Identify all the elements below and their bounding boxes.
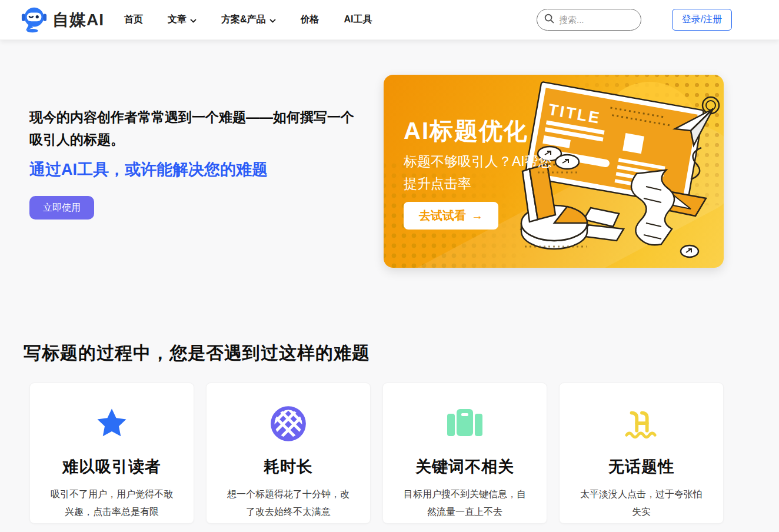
problems-section-heading: 写标题的过程中，您是否遇到过这样的难题 bbox=[24, 341, 370, 365]
card-title: 关键词不相关 bbox=[383, 456, 547, 477]
star-icon bbox=[30, 404, 194, 443]
card-title: 无话题性 bbox=[560, 456, 723, 477]
banner-title: AI标题优化 bbox=[404, 115, 528, 147]
try-it-button[interactable]: 去试试看 → bbox=[404, 202, 498, 230]
pool-ladder-icon bbox=[560, 404, 723, 443]
card-description: 太平淡没人点击，过于夸张怕失实 bbox=[578, 486, 704, 521]
problem-card-irrelevant-keywords: 关键词不相关 目标用户搜不到关键信息，自然流量一直上不去 bbox=[382, 383, 547, 524]
nav-item-pricing[interactable]: 价格 bbox=[301, 14, 319, 26]
problem-card-hard-to-attract: 难以吸引读者 吸引不了用户，用户觉得不敢兴趣，点击率总是有限 bbox=[29, 383, 194, 524]
main-content: 现今的内容创作者常常遇到一个难题——如何撰写一个吸引人的标题。 通过AI工具，或… bbox=[0, 40, 779, 532]
hero-intro-text: 现今的内容创作者常常遇到一个难题——如何撰写一个吸引人的标题。 bbox=[29, 106, 362, 151]
card-description: 目标用户搜不到关键信息，自然流量一直上不去 bbox=[402, 486, 528, 521]
robot-logo-icon bbox=[21, 5, 48, 35]
search-box[interactable] bbox=[537, 9, 641, 31]
problem-card-no-topicality: 无话题性 太平淡没人点击，过于夸张怕失实 bbox=[559, 383, 724, 524]
card-title: 耗时长 bbox=[207, 456, 370, 477]
net-icon bbox=[207, 404, 370, 443]
nav-item-articles[interactable]: 文章 bbox=[168, 14, 197, 26]
chevron-down-icon bbox=[269, 15, 276, 25]
nav-item-solutions-products[interactable]: 方案&产品 bbox=[221, 14, 276, 26]
header: 自媒AI 首页 文章 方案&产品 价格 AI工具 bbox=[0, 0, 779, 40]
problem-cards: 难以吸引读者 吸引不了用户，用户觉得不敢兴趣，点击率总是有限 耗时长 想一个标题… bbox=[29, 383, 724, 524]
search-input[interactable] bbox=[559, 15, 630, 25]
card-description: 想一个标题得花了十分钟，改了改去始终不太满意 bbox=[225, 486, 351, 521]
card-description: 吸引不了用户，用户觉得不敢兴趣，点击率总是有限 bbox=[49, 486, 175, 521]
ai-title-optimization-banner: TITLE bbox=[384, 75, 724, 268]
nav-item-home[interactable]: 首页 bbox=[124, 14, 143, 26]
logo-text: 自媒AI bbox=[52, 9, 104, 31]
main-nav: 首页 文章 方案&产品 价格 AI工具 bbox=[124, 14, 372, 26]
login-register-button[interactable]: 登录/注册 bbox=[672, 9, 732, 31]
use-now-button[interactable]: 立即使用 bbox=[29, 196, 94, 220]
problem-card-time-consuming: 耗时长 想一个标题得花了十分钟，改了改去始终不太满意 bbox=[206, 383, 371, 524]
card-title: 难以吸引读者 bbox=[30, 456, 194, 477]
hero-subtitle: 通过AI工具，或许能解决您的难题 bbox=[29, 159, 268, 180]
banner-subtitle: 标题不够吸引人？AI帮您提升点击率 bbox=[404, 150, 554, 195]
arrow-right-icon: → bbox=[471, 209, 483, 222]
logo[interactable]: 自媒AI bbox=[21, 5, 104, 35]
chevron-down-icon bbox=[190, 15, 197, 25]
search-icon bbox=[544, 14, 554, 26]
suitcase-icon bbox=[383, 404, 547, 443]
nav-item-ai-tools[interactable]: AI工具 bbox=[344, 14, 372, 26]
